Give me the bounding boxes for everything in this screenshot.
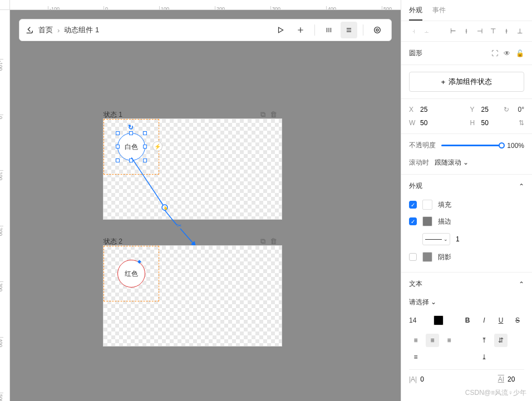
- letter-spacing-input[interactable]: [420, 375, 437, 383]
- stage[interactable]: 状态 1 ⧉ 🗑 白色 ↻ ⚡: [10, 10, 401, 401]
- svg-text:✂: ✂: [177, 222, 181, 229]
- line-height-icon: AI: [498, 375, 504, 383]
- valign-top-button[interactable]: ⤒: [477, 334, 491, 347]
- bounds-icon[interactable]: ⛶: [491, 49, 498, 57]
- add-button[interactable]: [292, 22, 309, 38]
- tab-appearance[interactable]: 外观: [409, 0, 422, 21]
- ruler-corner: [0, 0, 10, 10]
- geometry-section: X Y ↻ 0° W H ⇅: [401, 99, 532, 134]
- properties-panel: 外观 事件 ⫞ ⫠ ⊢ ⫲ ⊣ ⊤ ⫳ ⊥ 圆形 ⛶ 👁 🔓 + 添加组件状态 …: [401, 0, 532, 401]
- delete-icon[interactable]: 🗑: [270, 110, 277, 119]
- align-right-icon[interactable]: ⊣: [474, 26, 485, 37]
- stroke-style-select[interactable]: ⌄: [422, 233, 450, 245]
- watermark: CSDN@≡风流♀少年: [465, 388, 526, 398]
- state1-actions: ⧉ 🗑: [260, 110, 277, 119]
- add-state-button[interactable]: + 添加组件状态: [409, 72, 524, 92]
- align-left-button[interactable]: ≡: [409, 334, 422, 347]
- chevron-down-icon: ⌄: [463, 159, 469, 166]
- opacity-value: 100%: [507, 142, 524, 150]
- strike-button[interactable]: S: [511, 314, 524, 327]
- scroll-behavior-select[interactable]: 跟随滚动 ⌄: [435, 158, 469, 167]
- panel-tabs: 外观 事件: [401, 0, 532, 21]
- stroke-swatch[interactable]: [422, 216, 432, 226]
- lock-icon[interactable]: 🔓: [516, 49, 524, 57]
- breadcrumb: 首页 › 动态组件 1: [25, 25, 272, 35]
- text-color-swatch[interactable]: [434, 315, 444, 325]
- state2-label: 状态 2: [104, 237, 122, 246]
- target-button[interactable]: [369, 22, 386, 38]
- svg-point-6: [375, 27, 381, 33]
- vertical-ruler: -100 0 100 200 300 400 500: [0, 10, 10, 401]
- state1-label: 状态 1: [104, 110, 122, 120]
- fill-checkbox[interactable]: ✓: [409, 201, 417, 209]
- back-icon[interactable]: [25, 26, 34, 34]
- align-right-button[interactable]: ≡: [442, 334, 456, 347]
- link-wh-icon[interactable]: ⇅: [519, 119, 524, 127]
- italic-button[interactable]: I: [477, 314, 491, 327]
- interaction-icon[interactable]: ⚡: [152, 141, 162, 151]
- font-family-select[interactable]: 请选择 ⌄: [409, 298, 436, 307]
- appearance-section: 外观 ⌃ ✓ 填充 ✓ 描边 ⌄ 阴影: [401, 175, 532, 273]
- breadcrumb-home[interactable]: 首页: [38, 25, 53, 35]
- circle-red[interactable]: 红色 ◆: [117, 260, 145, 288]
- collapse-icon[interactable]: ⌃: [519, 280, 524, 288]
- align-bottom-icon[interactable]: ⊥: [514, 26, 525, 37]
- chevron-down-icon: ⌄: [431, 298, 436, 306]
- valign-bottom-button[interactable]: ⤓: [477, 350, 491, 364]
- collapse-icon[interactable]: ⌃: [519, 182, 524, 190]
- align-justify-button[interactable]: ≡: [409, 350, 422, 364]
- align-top-icon[interactable]: ⊤: [487, 26, 499, 37]
- distribute-h-icon[interactable]: ⫞: [408, 26, 419, 37]
- opacity-slider[interactable]: [441, 145, 501, 146]
- shadow-swatch[interactable]: [422, 252, 432, 262]
- canvas-area[interactable]: -100 0 100 200 300 400 500 -100 0 100 20…: [0, 0, 401, 401]
- letter-spacing-icon: |A|: [409, 375, 417, 383]
- duplicate-icon[interactable]: ⧉: [260, 237, 265, 246]
- delete-icon[interactable]: 🗑: [270, 237, 277, 246]
- columns-view-button[interactable]: [321, 22, 337, 38]
- underline-button[interactable]: U: [494, 314, 508, 327]
- line-height-input[interactable]: [508, 375, 524, 383]
- rotate-icon[interactable]: ↻: [128, 123, 134, 131]
- state2-actions: ⧉ 🗑: [260, 237, 277, 246]
- x-input[interactable]: [420, 106, 442, 113]
- fill-swatch[interactable]: [422, 200, 432, 210]
- shadow-checkbox[interactable]: [409, 253, 417, 261]
- align-center-h-icon[interactable]: ⫲: [461, 26, 472, 37]
- circle-white[interactable]: 白色 ↻: [117, 133, 145, 161]
- valign-middle-button[interactable]: ⇵: [494, 334, 508, 347]
- opacity-section: 不透明度 100% 滚动时 跟随滚动 ⌄: [401, 134, 532, 175]
- shape-section: 圆形 ⛶ 👁 🔓: [401, 42, 532, 65]
- bold-button[interactable]: B: [461, 314, 474, 327]
- tab-events[interactable]: 事件: [432, 0, 446, 21]
- plus-icon: +: [441, 78, 446, 86]
- w-input[interactable]: [420, 119, 442, 127]
- align-toolbar: ⫞ ⫠ ⊢ ⫲ ⊣ ⊤ ⫳ ⊥: [401, 21, 532, 42]
- stroke-width-input[interactable]: [456, 235, 472, 243]
- font-size-input[interactable]: 14: [409, 316, 416, 324]
- align-center-v-icon[interactable]: ⫳: [501, 26, 512, 37]
- list-view-button[interactable]: [341, 22, 357, 38]
- rotate-icon[interactable]: ↻: [504, 106, 509, 113]
- svg-point-7: [376, 29, 378, 31]
- align-left-icon[interactable]: ⊢: [447, 26, 459, 37]
- svg-line-5: [180, 229, 196, 246]
- y-input[interactable]: [481, 106, 504, 113]
- stroke-checkbox[interactable]: ✓: [409, 217, 417, 225]
- align-center-button[interactable]: ≡: [426, 334, 439, 347]
- h-input[interactable]: [481, 119, 504, 127]
- top-toolbar: 首页 › 动态组件 1: [19, 19, 392, 41]
- breadcrumb-current[interactable]: 动态组件 1: [64, 25, 99, 35]
- horizontal-ruler: -100 0 100 200 300 400 500: [10, 0, 401, 10]
- shape-title: 圆形: [409, 48, 422, 58]
- distribute-v-icon[interactable]: ⫠: [421, 26, 432, 37]
- indicator-icon: ◆: [137, 259, 141, 264]
- visibility-icon[interactable]: 👁: [504, 49, 510, 57]
- state1-panel[interactable]: 白色 ↻ ⚡: [104, 119, 282, 219]
- state2-panel[interactable]: 红色 ◆: [104, 246, 282, 346]
- add-state-section: + 添加组件状态: [401, 65, 532, 99]
- play-button[interactable]: [272, 22, 289, 38]
- duplicate-icon[interactable]: ⧉: [260, 110, 265, 119]
- text-section: 文本 ⌃ 请选择 ⌄ 14 B I U S ≡ ≡ ≡ ≡ ⤒: [401, 273, 532, 393]
